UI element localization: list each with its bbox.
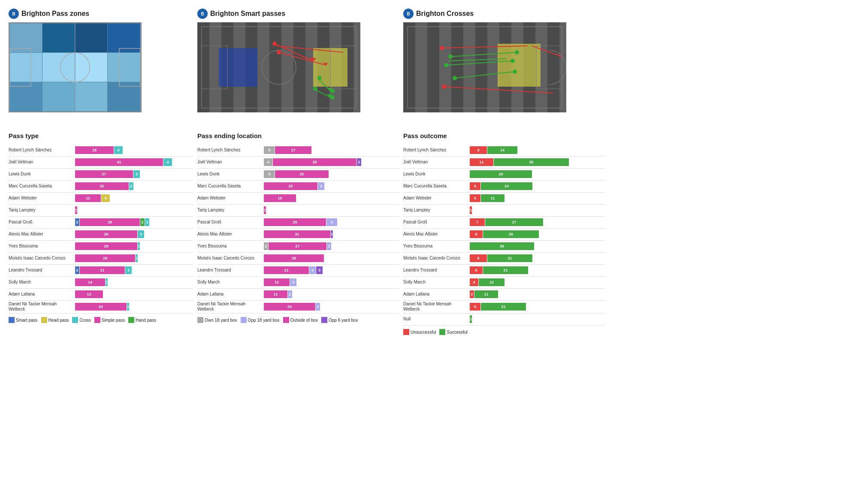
table-row: Solly March123	[197, 278, 399, 287]
bar-outside: 25	[264, 182, 317, 190]
legend-opp18-icon	[241, 317, 247, 323]
legend-simple-icon	[94, 317, 100, 323]
player-label: Robert Lynch Sánchez	[403, 148, 470, 153]
chart-bars: 112	[264, 290, 399, 298]
player-label: Tariq Lamptey	[197, 208, 264, 213]
bar-cross: 1	[127, 303, 129, 311]
table-row: Adam Webster15	[197, 193, 399, 203]
chart-bars: 814	[470, 146, 605, 154]
bar-unsuccessful: 6	[470, 230, 483, 238]
svg-point-81	[515, 50, 519, 54]
player-label: Alexis Mac Allister	[197, 232, 264, 237]
svg-rect-61	[487, 22, 499, 112]
bar-opp18: 2	[327, 242, 331, 250]
svg-rect-55	[415, 22, 427, 112]
svg-point-85	[442, 85, 446, 89]
chart-bars: 525	[264, 170, 399, 178]
table-row: Adam Lallana211	[403, 290, 605, 299]
bar-outside: 39	[273, 158, 356, 166]
bar-outside: 15	[264, 194, 296, 202]
player-label: Solly March	[197, 280, 264, 285]
player-label: Daniel Nii Tackie Mensah Welbeck	[9, 302, 75, 312]
chart-bars: 273	[75, 170, 193, 178]
chart-bars: 727	[470, 218, 605, 226]
brighton-icon-1: B	[9, 9, 19, 19]
player-label: Leandro Trossard	[197, 268, 264, 273]
player-label: Yves Bissouma	[403, 244, 470, 249]
bar-outside: 27	[269, 242, 326, 250]
chart-bars: 29	[470, 170, 605, 178]
bar-successful: 21	[481, 303, 526, 311]
table-row: Lewis Dunk29	[403, 169, 605, 179]
svg-point-47	[272, 42, 277, 46]
bar-simple: 21	[80, 266, 125, 274]
svg-point-78	[448, 54, 453, 59]
svg-point-52	[330, 95, 335, 100]
bar-simple: 24	[75, 303, 127, 311]
bar-simple: 29	[75, 242, 137, 250]
table-row: Leandro Trossard2213	[9, 266, 193, 275]
bar-unsuccessful: 5	[470, 182, 480, 190]
chart-bars: 293	[75, 230, 193, 238]
table-row: Tariq Lamptey1	[403, 205, 605, 215]
bar-cross: 3	[138, 230, 144, 238]
chart-bars: 252	[75, 182, 193, 190]
bar-unsuccessful: 5	[470, 303, 480, 311]
bar-own18: 5	[264, 170, 275, 178]
chart-bars: 211	[470, 290, 605, 298]
legend-opp6: Opp 6 yard box	[321, 317, 358, 323]
bar-opp18: 2	[288, 290, 292, 298]
table-row: Joël Veltman4392	[197, 157, 399, 167]
player-label: Alexis Mac Allister	[9, 232, 75, 237]
pass-zones-title: B Brighton Pass zones	[9, 9, 193, 19]
table-row: Pascal Groß22822	[9, 217, 193, 227]
player-label: Daniel Nii Tackie Mensah Welbeck	[403, 302, 470, 312]
player-label: Solly March	[9, 280, 75, 285]
svg-rect-57	[439, 22, 451, 112]
table-row: Tariq Lamptey1	[197, 205, 399, 215]
svg-rect-10	[75, 82, 108, 112]
bar-unsuccessful: 8	[470, 254, 487, 262]
player-label: Pascal Groß	[403, 220, 470, 225]
svg-rect-68	[498, 44, 541, 87]
table-row: Tariq Lamptey1	[9, 205, 193, 215]
chart-bars: 295	[264, 218, 399, 226]
bar-successful: 1	[470, 315, 472, 323]
legend-own18: Own 18 yard box	[197, 317, 237, 323]
player-label: Joël Veltman	[197, 160, 264, 165]
bar-cross: 2	[129, 182, 133, 190]
table-row: Adam Lallana13	[9, 290, 193, 299]
chart-bars: 621	[470, 266, 605, 274]
bar-opp18: 5	[326, 218, 337, 226]
chart-bars: 517	[264, 146, 399, 154]
chart-bars: 511	[470, 194, 605, 202]
chart-bars: 1	[264, 206, 399, 214]
bar-unsuccessful: 7	[470, 218, 485, 226]
bar-unsuccessful: 1	[470, 206, 472, 214]
svg-rect-2	[75, 23, 108, 53]
bar-outside: 28	[264, 254, 324, 262]
svg-rect-26	[293, 22, 305, 112]
chart-bars: 253	[264, 182, 399, 190]
legend-unsuccessful-icon	[403, 329, 409, 335]
table-row: Leandro Trossard621	[403, 266, 605, 275]
svg-rect-60	[475, 22, 487, 112]
bar-own18: 4	[264, 158, 272, 166]
player-label: Leandro Trossard	[403, 268, 470, 273]
svg-rect-32	[219, 48, 257, 87]
svg-rect-67	[559, 22, 566, 112]
chart-bars: 30	[470, 242, 605, 250]
bar-hand: 2	[140, 218, 145, 226]
bar-successful: 29	[470, 170, 532, 178]
bar-opp18: 3	[309, 266, 316, 274]
bar-unsuccessful: 11	[470, 158, 493, 166]
player-label: Tariq Lamptey	[9, 208, 75, 213]
player-label: Leandro Trossard	[9, 268, 75, 273]
bar-cross: 4	[114, 146, 123, 154]
bar-successful: 26	[483, 230, 539, 238]
bar-unsuccessful: 8	[470, 146, 487, 154]
bar-successful: 30	[470, 242, 534, 250]
player-label: Robert Lynch Sánchez	[9, 148, 75, 153]
bar-outside: 12	[264, 278, 290, 286]
chart-bars: 22822	[75, 218, 193, 226]
